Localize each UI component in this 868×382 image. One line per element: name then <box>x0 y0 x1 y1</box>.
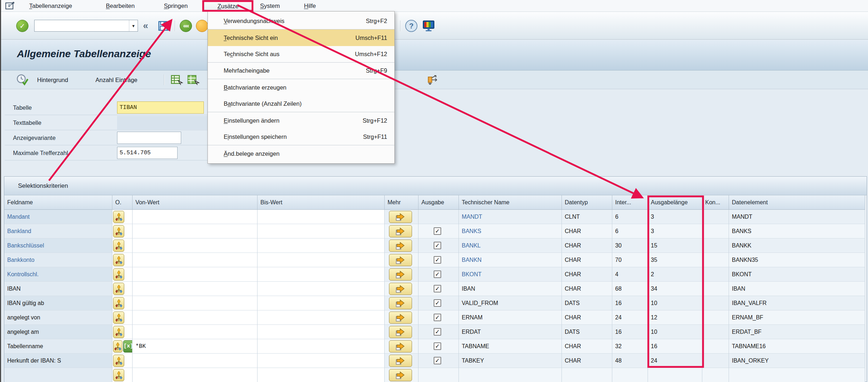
technischer-name[interactable]: ERDAT <box>462 329 481 335</box>
ausgabe-checkbox[interactable]: ✓ <box>434 285 441 292</box>
multiple-selection-button[interactable] <box>389 369 412 381</box>
multiple-selection-button[interactable] <box>389 268 412 281</box>
feldname-link[interactable]: Bankland <box>7 228 31 235</box>
selection-options-icon[interactable] <box>113 369 124 381</box>
menu-item[interactable]: Verwendungsnachweis Strg+F2 <box>208 13 394 29</box>
selection-options-icon[interactable] <box>113 326 124 338</box>
selection-options-icon[interactable] <box>113 254 124 266</box>
anzahl-eintraege-button[interactable]: Anzahl Einträge <box>95 71 138 89</box>
hintergrund-button[interactable]: Hintergrund <box>37 71 68 89</box>
feldname-link[interactable]: Tabellenname <box>7 343 43 350</box>
feldname-link[interactable]: Bankschlüssel <box>7 242 44 249</box>
back-icon[interactable]: «« <box>180 20 192 32</box>
multiple-selection-button[interactable] <box>389 254 412 266</box>
choose-list-icon[interactable] <box>170 74 183 86</box>
menu-item[interactable]: Technische Sicht aus Umsch+F12 <box>208 46 394 63</box>
feldname-link[interactable]: angelegt am <box>7 329 39 335</box>
ausgabe-checkbox[interactable]: ✓ <box>434 242 441 249</box>
technischer-name[interactable]: TABNAME <box>462 343 489 350</box>
multiple-selection-button[interactable] <box>389 225 412 237</box>
selection-options-icon[interactable] <box>113 211 124 223</box>
feldname-link[interactable]: Bankkonto <box>7 257 35 263</box>
menu-item-shortcut: Strg+F9 <box>366 67 387 74</box>
tabelle-field[interactable]: TIBAN <box>117 101 204 114</box>
technischer-name[interactable]: TABKEY <box>462 358 484 364</box>
help-icon[interactable]: ? <box>405 20 417 32</box>
selection-options-icon[interactable] <box>113 297 124 309</box>
ausgabe-checkbox[interactable]: ✓ <box>434 227 441 235</box>
ausgabe-checkbox[interactable]: ✓ <box>434 342 441 350</box>
col-von-wert: Von-Wert <box>133 195 258 210</box>
menu-item[interactable]: Technische Sicht ein Umsch+F11 <box>208 29 394 46</box>
menu-item[interactable]: Einstellungen ändern Strg+F12 <box>208 112 394 129</box>
technischer-name[interactable]: BANKN <box>462 257 482 263</box>
selection-options-icon[interactable] <box>113 355 124 367</box>
technischer-name[interactable]: BANKL <box>462 242 480 249</box>
technischer-name[interactable]: MANDT <box>462 214 482 220</box>
save-icon[interactable] <box>157 20 170 32</box>
selection-options-icon[interactable] <box>113 240 124 252</box>
ausgabe-checkbox[interactable]: ✓ <box>434 256 441 264</box>
technischer-name[interactable]: IBAN <box>462 286 475 292</box>
navigate-structure-icon[interactable] <box>425 74 440 86</box>
technischer-name[interactable]: BANKS <box>462 228 481 235</box>
anzeigevariante-field[interactable] <box>117 132 181 144</box>
datentyp-value: CHAR <box>562 310 612 325</box>
selection-options-icon[interactable] <box>113 340 122 353</box>
menu-item[interactable]: Änd.belege anzeigen <box>208 145 394 162</box>
exclude-pattern-icon[interactable]: [x] <box>123 340 133 353</box>
selection-options-icon[interactable] <box>113 283 124 295</box>
command-field[interactable]: ▼ <box>34 20 138 32</box>
technischer-name[interactable]: VALID_FROM <box>462 300 498 306</box>
multiple-selection-button[interactable] <box>389 283 412 295</box>
menu-item[interactable]: Einstellungen speichern Strg+F11 <box>208 129 394 145</box>
new-session-icon[interactable] <box>422 20 435 32</box>
technischer-name[interactable]: ERNAM <box>462 314 483 321</box>
menu-item[interactable]: Batchvariante erzeugen <box>208 79 394 96</box>
menu-bearbeiten[interactable]: Bearbeiten <box>104 0 137 12</box>
feldname-link[interactable]: Kontrollschl. <box>7 271 39 278</box>
feldname-link[interactable]: IBAN <box>7 286 21 292</box>
menu-tabellenanzeige[interactable]: Tabellenanzeige <box>27 0 74 12</box>
feldname-link[interactable]: Mandant <box>7 214 30 220</box>
feldname-link[interactable]: IBAN gültig ab <box>7 300 44 306</box>
multiple-selection-button[interactable] <box>389 240 412 252</box>
selection-options-icon[interactable] <box>113 225 124 237</box>
datentyp-value: DATS <box>562 296 612 310</box>
collapse-icon[interactable]: « <box>143 20 148 32</box>
interne-laenge-value: 68 <box>612 282 648 296</box>
menu-item[interactable]: Batchvariante (Anzahl Zeilen) <box>208 96 394 112</box>
menu-zusaetze[interactable]: Zusätze <box>204 0 252 12</box>
von-wert-input[interactable]: *BK <box>135 343 146 350</box>
menu-system[interactable]: System <box>258 0 282 12</box>
multiple-selection-button[interactable] <box>389 355 412 367</box>
selection-options-icon[interactable] <box>113 268 124 281</box>
datenelement-value: BANKK <box>729 238 865 253</box>
execute-background-icon[interactable] <box>16 74 28 86</box>
multiple-selection-button[interactable] <box>389 340 412 353</box>
exit-icon[interactable] <box>196 20 208 32</box>
multiple-selection-button[interactable] <box>389 297 412 309</box>
session-window-icon[interactable] <box>5 2 15 10</box>
multiple-selection-button[interactable] <box>389 311 412 324</box>
multiple-selection-button[interactable] <box>389 326 412 338</box>
ausgabe-checkbox[interactable]: ✓ <box>434 299 441 307</box>
menu-springen[interactable]: Springen <box>162 0 190 12</box>
trefferzahl-field[interactable]: 5.514.705 <box>117 147 178 159</box>
menu-hilfe[interactable]: Hilfe <box>302 0 318 12</box>
menu-item[interactable]: Mehrfacheingabe Strg+F9 <box>208 63 394 79</box>
choose-list-filled-icon[interactable] <box>187 74 200 86</box>
ausgabe-checkbox[interactable]: ✓ <box>434 270 441 278</box>
technischer-name[interactable]: BKONT <box>462 271 482 278</box>
multiple-selection-button[interactable] <box>389 211 412 223</box>
ausgabe-checkbox[interactable]: ✓ <box>434 328 441 336</box>
feldname-link[interactable]: Herkunft der IBAN: S <box>7 358 61 364</box>
command-input[interactable] <box>39 21 129 31</box>
ausgabe-checkbox[interactable]: ✓ <box>434 357 441 364</box>
enter-icon[interactable]: ✓ <box>16 20 28 32</box>
command-dropdown-icon[interactable]: ▼ <box>129 20 138 31</box>
ausgabe-checkbox[interactable]: ✓ <box>434 314 441 321</box>
feldname-link[interactable]: angelegt von <box>7 314 40 321</box>
selection-options-icon[interactable] <box>113 311 124 324</box>
section-title: Selektionskriterien <box>18 182 68 190</box>
